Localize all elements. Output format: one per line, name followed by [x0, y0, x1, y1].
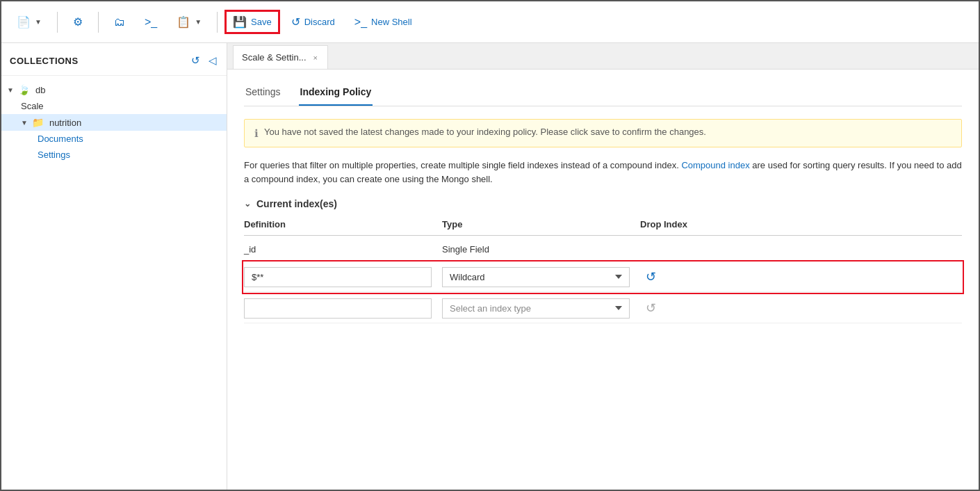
new-document-chevron: ▼ — [35, 18, 42, 26]
nutrition-label: nutrition — [49, 118, 81, 128]
description-text-1: For queries that filter on multiple prop… — [244, 160, 681, 170]
open-chevron: ▼ — [195, 18, 202, 26]
settings-sub-label: Settings — [38, 150, 70, 160]
wildcard-drop-cell: ↺ — [640, 266, 751, 287]
discard-label: Discard — [304, 17, 335, 27]
col-header-definition: Definition — [244, 219, 442, 230]
new-type-cell: Select an index type Single Field Wildca… — [442, 298, 640, 319]
shell-inline-button[interactable]: >_ — [138, 12, 164, 33]
warning-text: You have not saved the latest changes ma… — [264, 127, 706, 137]
discard-icon: ↺ — [291, 15, 300, 29]
tab-close-button[interactable]: × — [313, 54, 318, 62]
tab-settings[interactable]: Settings — [244, 82, 282, 106]
wildcard-type-cell: Wildcard Single Field Compound — [442, 267, 640, 287]
index-table: Definition Type Drop Index _id Single Fi… — [244, 219, 962, 323]
discard-button[interactable]: ↺ Discard — [284, 11, 342, 33]
separator-2 — [98, 12, 99, 33]
db-label: db — [35, 85, 45, 95]
compound-index-link[interactable]: Compound index — [681, 160, 749, 170]
revert-button-new: ↺ — [640, 298, 662, 319]
definition-input-new[interactable] — [244, 298, 432, 319]
db-arrow: ▼ — [7, 86, 14, 94]
separator-3 — [217, 12, 218, 33]
scale-label: Scale — [21, 101, 44, 111]
documents-label: Documents — [38, 134, 83, 144]
separator-1 — [57, 12, 58, 33]
tab-label: Scale & Settin... — [242, 52, 307, 63]
tab-bar: Scale & Settin... × — [227, 43, 979, 70]
import-button[interactable]: 🗂 — [107, 12, 132, 33]
col-header-drop-index: Drop Index — [640, 219, 751, 230]
revert-button-wildcard[interactable]: ↺ — [640, 266, 662, 287]
collection-icon: 📁 — [32, 117, 44, 128]
table-row: Wildcard Single Field Compound ↺ — [244, 262, 962, 292]
row-id-type: Single Field — [442, 244, 640, 255]
section-label: Current index(es) — [256, 198, 337, 209]
settings-tab-label: Settings — [245, 86, 281, 97]
settings-button[interactable]: ⚙ — [66, 11, 90, 33]
save-button[interactable]: 💾 Save — [226, 11, 279, 33]
new-shell-label: New Shell — [371, 17, 412, 27]
new-drop-cell: ↺ — [640, 298, 751, 319]
save-label: Save — [251, 17, 272, 27]
table-header: Definition Type Drop Index — [244, 219, 962, 236]
sidebar-item-settings[interactable]: Settings — [1, 147, 227, 163]
toolbar: 📄 ▼ ⚙ 🗂 >_ 📋 ▼ 💾 Save ↺ Discard >_ New S… — [1, 1, 979, 43]
section-chevron: ⌄ — [244, 199, 251, 209]
sidebar-item-scale[interactable]: Scale — [1, 98, 227, 114]
type-select-new[interactable]: Select an index type Single Field Wildca… — [442, 298, 630, 319]
indexing-policy-tab-label: Indexing Policy — [300, 86, 372, 97]
import-icon: 🗂 — [114, 16, 125, 29]
table-row: Select an index type Single Field Wildca… — [244, 293, 962, 323]
sidebar-tree: ▼ 🍃 db Scale ▼ 📁 nutrition Documents Set… — [1, 76, 227, 168]
db-icon: 🍃 — [18, 84, 30, 95]
new-document-icon: 📄 — [17, 15, 31, 29]
open-icon: 📋 — [177, 15, 190, 29]
new-shell-icon: >_ — [354, 16, 367, 29]
row-id-definition: _id — [244, 244, 442, 255]
sidebar-item-db[interactable]: ▼ 🍃 db — [1, 81, 227, 98]
scale-settings-tab[interactable]: Scale & Settin... × — [233, 45, 328, 69]
wildcard-definition-cell — [244, 267, 442, 287]
content-inner: Settings Indexing Policy ℹ You have not … — [227, 70, 979, 491]
save-icon: 💾 — [233, 15, 247, 29]
table-row: _id Single Field — [244, 239, 962, 261]
sidebar-header: COLLECTIONS ↺ ◁ — [1, 43, 227, 76]
new-shell-button[interactable]: >_ New Shell — [348, 12, 419, 33]
content-area: Scale & Settin... × Settings Indexing Po… — [227, 43, 979, 491]
new-document-button[interactable]: 📄 ▼ — [10, 11, 49, 33]
tab-indexing-policy[interactable]: Indexing Policy — [299, 82, 373, 106]
description-text: For queries that filter on multiple prop… — [244, 159, 962, 186]
gear-icon: ⚙ — [73, 15, 83, 29]
main-layout: COLLECTIONS ↺ ◁ ▼ 🍃 db Scale ▼ 📁 nutriti… — [1, 43, 979, 491]
sidebar-item-nutrition[interactable]: ▼ 📁 nutrition — [1, 114, 227, 131]
sidebar-item-documents[interactable]: Documents — [1, 131, 227, 147]
new-definition-cell — [244, 298, 442, 319]
terminal-icon: >_ — [145, 16, 157, 29]
collections-title: COLLECTIONS — [10, 56, 79, 66]
sidebar-header-actions: ↺ ◁ — [190, 53, 218, 68]
refresh-button[interactable]: ↺ — [190, 53, 202, 68]
col-header-type: Type — [442, 219, 640, 230]
collapse-button[interactable]: ◁ — [207, 53, 218, 68]
sidebar: COLLECTIONS ↺ ◁ ▼ 🍃 db Scale ▼ 📁 nutriti… — [1, 43, 227, 491]
warning-banner: ℹ You have not saved the latest changes … — [244, 119, 962, 147]
type-select-wildcard[interactable]: Wildcard Single Field Compound — [442, 267, 630, 287]
nutrition-arrow: ▼ — [21, 119, 28, 127]
inner-tabs: Settings Indexing Policy — [244, 70, 962, 106]
definition-input-wildcard[interactable] — [244, 267, 432, 287]
open-button[interactable]: 📋 ▼ — [170, 11, 209, 33]
section-header-indexes[interactable]: ⌄ Current index(es) — [244, 198, 962, 209]
info-icon: ℹ — [254, 127, 259, 140]
